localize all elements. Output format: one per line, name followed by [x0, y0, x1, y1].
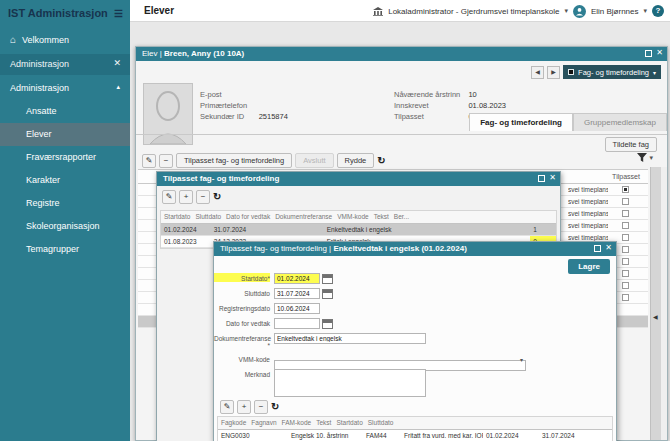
column-header[interactable]: Dokumentreferanse — [272, 211, 334, 223]
sidebar-group-administrasjon[interactable]: Administrasjon ▴ — [0, 79, 130, 98]
fag-table-body: ENG0030 Engelsk 10. årstrinn FAM44 Frita… — [218, 430, 612, 441]
sidebar-item[interactable]: Temagrupper — [0, 238, 130, 261]
refresh-icon[interactable]: ↻ — [271, 400, 279, 414]
save-button[interactable]: Lagre — [568, 259, 610, 274]
table-row[interactable]: 01.02.2024 31.07.2024 Enkeltvedtak i eng… — [161, 224, 556, 236]
fag-table: FagkodeFagnavnFAM-kodeTekstStartdatoSlut… — [217, 416, 613, 441]
startdato-input[interactable] — [274, 273, 320, 284]
add-icon[interactable]: + — [237, 400, 251, 414]
close-icon[interactable]: ✕ — [605, 244, 612, 252]
context-selector[interactable]: Lokaladministrator - Gjerdrumsvei timepl… — [388, 7, 559, 16]
tilpasset-checkbox[interactable] — [622, 258, 629, 265]
column-header[interactable]: Startdato — [333, 417, 364, 429]
tilpasset-checkbox[interactable] — [622, 294, 629, 301]
tilpasset-checkbox[interactable] — [622, 246, 629, 253]
app-title: IST Administrasjon ☰ — [0, 4, 130, 24]
remove-icon[interactable]: − — [159, 154, 173, 168]
calendar-icon[interactable] — [322, 274, 333, 284]
window-title-name: Breen, Anny (10 10A) — [164, 49, 244, 58]
tilpasset-fag-button[interactable]: Tilpasset fag- og timefordeling — [176, 153, 292, 168]
remove-icon[interactable]: − — [254, 400, 268, 414]
sidebar-item[interactable]: Ansatte — [0, 100, 130, 123]
edit-icon[interactable]: ✎ — [162, 190, 176, 204]
close-icon[interactable]: ✕ — [549, 174, 556, 182]
help-icon[interactable]: ? — [652, 5, 664, 17]
sidebar-section-administrasjon[interactable]: Administrasjon ✕ — [0, 54, 130, 75]
tilpasset-checkbox[interactable] — [622, 282, 629, 289]
table-row[interactable]: ENG0030 Engelsk 10. årstrinn FAM44 Frita… — [218, 430, 612, 441]
edit-icon[interactable]: ✎ — [142, 154, 156, 168]
chevron-down-icon: ▾ — [520, 356, 523, 363]
column-header[interactable]: Ber... — [391, 211, 411, 223]
restore-icon[interactable] — [538, 175, 545, 182]
sidebar-item[interactable]: Registre — [0, 192, 130, 215]
dokumentreferanse-input[interactable] — [274, 333, 426, 344]
column-header[interactable]: VMM-kode — [334, 211, 370, 223]
elev-window-titlebar[interactable]: Elev | Breen, Anny (10 10A) ✕ — [136, 47, 667, 61]
startdato-label: Startdato* — [214, 273, 270, 282]
fag-table-header: FagkodeFagnavnFAM-kodeTekstStartdatoSlut… — [218, 417, 612, 430]
tab-fag-og-timefordeling[interactable]: Fag- og timefordeling — [469, 113, 573, 131]
refresh-icon[interactable]: ↻ — [213, 190, 221, 204]
column-header[interactable]: Fagkode — [218, 417, 248, 429]
sidebar-item[interactable]: Karakter — [0, 169, 130, 192]
refresh-icon[interactable]: ↻ — [377, 154, 385, 168]
column-header[interactable]: Fagnavn — [248, 417, 278, 429]
tab-gruppemedlemskap[interactable]: Gruppemedlemskap — [573, 113, 667, 131]
restore-icon[interactable] — [594, 245, 601, 252]
tilpasset-dialog-titlebar[interactable]: Tilpasset fag- og timefordeling ✕ — [157, 172, 560, 186]
chevron-down-icon: ▾ — [649, 154, 653, 162]
prev-record-button[interactable]: ◀ — [531, 66, 544, 79]
ber-cell: 1 — [530, 224, 556, 235]
sluttdato-input[interactable] — [274, 288, 320, 299]
add-icon[interactable]: + — [179, 190, 193, 204]
tilpasset-label: Tilpasset — [394, 112, 456, 121]
calendar-icon[interactable] — [322, 289, 333, 299]
sluttdato-label: Sluttdato — [214, 288, 270, 297]
close-icon[interactable]: ✕ — [113, 58, 121, 68]
dato-for-vedtak-input[interactable] — [274, 318, 320, 329]
panel-splitter[interactable]: ◀ — [650, 167, 661, 440]
column-header[interactable]: FAM-kode — [279, 417, 314, 429]
rydde-button[interactable]: Rydde — [337, 153, 375, 168]
tilpasset-checkbox[interactable] — [622, 210, 629, 217]
user-icon — [575, 7, 584, 16]
registreringsdato-input[interactable] — [274, 303, 320, 314]
column-header[interactable]: Sluttdato — [365, 417, 396, 429]
tilpasset-checkbox[interactable] — [622, 198, 629, 205]
column-header[interactable]: Tekst — [313, 417, 333, 429]
user-menu[interactable]: Elin Bjørnnes — [591, 7, 639, 16]
tilpasset-checkbox[interactable] — [622, 186, 629, 193]
enkeltvedtak-dialog: Tilpasset fag- og timefordeling | Enkelt… — [213, 241, 617, 441]
view-selector-dropdown[interactable]: Fag- og timefordeling ▾ — [563, 65, 661, 79]
tilpasset-checkbox[interactable] — [622, 222, 629, 229]
column-header[interactable]: Tekst — [371, 211, 391, 223]
sidebar-item[interactable]: Elever — [0, 123, 130, 146]
restore-icon[interactable] — [645, 50, 652, 57]
sekundaer-id-label: Sekundær ID — [200, 112, 244, 121]
sidebar-item-velkommen[interactable]: ⌂Velkommen — [0, 30, 130, 50]
sidebar-collapse-icon[interactable]: ☰ — [114, 8, 123, 19]
tildelte-fag-button[interactable]: Tildelte fag — [605, 137, 657, 152]
checkbox-icon — [568, 69, 574, 75]
avatar[interactable] — [573, 5, 586, 18]
sidebar-item[interactable]: Fraværsrapporter — [0, 146, 130, 169]
sidebar-item[interactable]: Skoleorganisasjon — [0, 215, 130, 238]
chevron-down-icon[interactable]: ▾ — [643, 7, 647, 15]
calendar-icon[interactable] — [322, 319, 333, 329]
tilpasset-checkbox[interactable] — [622, 234, 629, 241]
close-icon[interactable]: ✕ — [656, 49, 663, 57]
column-header[interactable]: Sluttdato — [192, 211, 223, 223]
merknad-textarea[interactable] — [274, 369, 426, 397]
column-header[interactable]: Startdato — [161, 211, 192, 223]
chevron-down-icon[interactable]: ▾ — [564, 7, 568, 15]
column-header[interactable]: Dato for vedtak — [223, 211, 272, 223]
enkeltvedtak-dialog-titlebar[interactable]: Tilpasset fag- og timefordeling | Enkelt… — [214, 242, 616, 256]
tilpasset-column-header[interactable]: Tilpasset — [608, 173, 644, 180]
avslutt-button[interactable]: Avslutt — [295, 153, 333, 168]
remove-icon[interactable]: − — [196, 190, 210, 204]
tilpasset-checkbox[interactable] — [622, 270, 629, 277]
filter-control[interactable]: ▾ — [637, 153, 653, 162]
edit-icon[interactable]: ✎ — [220, 400, 234, 414]
next-record-button[interactable]: ▶ — [547, 66, 560, 79]
